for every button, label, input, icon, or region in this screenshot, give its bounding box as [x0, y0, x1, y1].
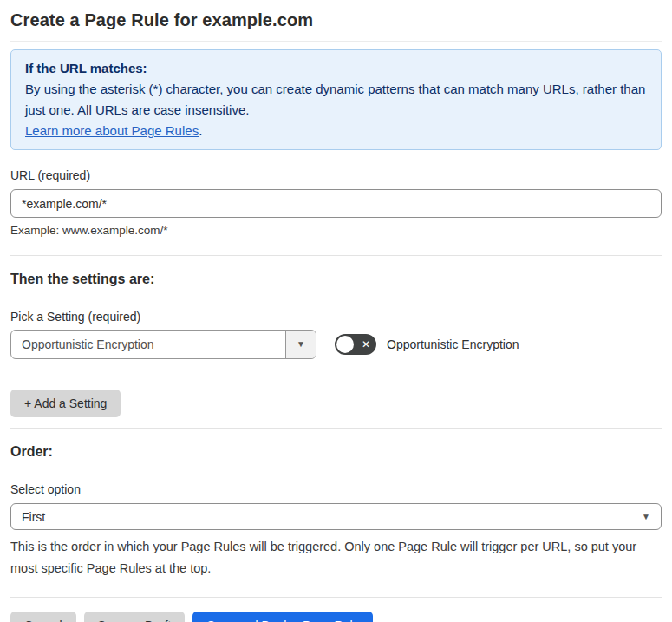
opportunistic-encryption-toggle[interactable]: ✕ — [335, 334, 376, 355]
setting-picker-arrow-button[interactable]: ▼ — [285, 331, 316, 358]
chevron-down-icon: ▼ — [297, 340, 305, 349]
info-box-body: By using the asterisk (*) character, you… — [25, 79, 647, 121]
pick-setting-label: Pick a Setting (required) — [10, 310, 662, 324]
setting-picker-value: Opportunistic Encryption — [11, 331, 285, 358]
setting-row: Opportunistic Encryption ▼ ✕ Opportunist… — [10, 330, 662, 359]
info-box-heading: If the URL matches: — [25, 58, 647, 79]
divider — [10, 597, 662, 598]
settings-section-heading: Then the settings are: — [10, 272, 662, 287]
order-select-value: First — [22, 510, 45, 524]
save-draft-button[interactable]: Save as Draft — [84, 612, 186, 622]
order-helper-text: This is the order in which your Page Rul… — [10, 536, 656, 579]
learn-more-link[interactable]: Learn more about Page Rules — [25, 123, 199, 138]
save-deploy-button[interactable]: Save and Deploy Page Rule — [192, 612, 373, 622]
toggle-label: Opportunistic Encryption — [387, 337, 519, 351]
add-setting-button[interactable]: + Add a Setting — [10, 390, 121, 417]
url-field-helper: Example: www.example.com/* — [10, 224, 662, 237]
url-field-label: URL (required) — [10, 168, 662, 182]
cancel-button[interactable]: Cancel — [10, 612, 76, 622]
setting-picker-dropdown[interactable]: Opportunistic Encryption ▼ — [10, 330, 316, 359]
toggle-knob — [336, 336, 354, 353]
divider — [10, 255, 662, 256]
link-suffix: . — [199, 123, 202, 138]
url-input[interactable] — [10, 189, 662, 218]
page-title: Create a Page Rule for example.com — [10, 10, 662, 30]
footer-actions: Cancel Save as Draft Save and Deploy Pag… — [10, 612, 662, 622]
order-select-label: Select option — [10, 482, 662, 496]
x-icon: ✕ — [362, 334, 370, 355]
order-select[interactable]: First ▼ — [10, 503, 662, 530]
chevron-down-icon: ▼ — [642, 513, 650, 521]
page-rule-form: Create a Page Rule for example.com If th… — [0, 0, 672, 622]
url-matches-info-box: If the URL matches: By using the asteris… — [10, 49, 662, 150]
order-section-heading: Order: — [10, 444, 662, 460]
divider — [10, 428, 662, 429]
info-box-link-line: Learn more about Page Rules. — [25, 121, 647, 141]
page-header: Create a Page Rule for example.com — [10, 10, 662, 42]
